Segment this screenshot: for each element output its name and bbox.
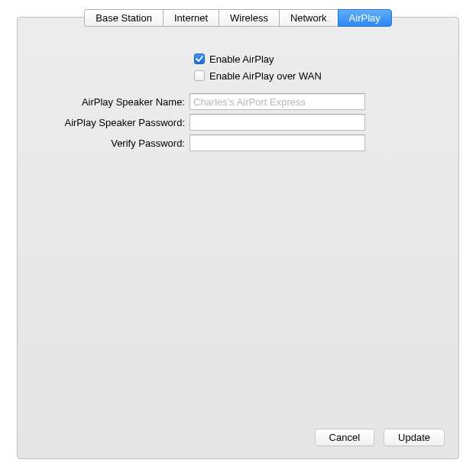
verify-password-input[interactable] (189, 134, 365, 151)
tab-network[interactable]: Network (279, 9, 338, 27)
enable-airplay-label: Enable AirPlay (209, 53, 274, 65)
enable-airplay-wan-checkbox[interactable] (194, 70, 205, 81)
tab-base-station[interactable]: Base Station (84, 9, 163, 27)
checkmark-icon (196, 55, 203, 63)
speaker-password-label: AirPlay Speaker Password: (33, 117, 189, 128)
button-bar: Cancel Update (315, 429, 445, 446)
tab-bar: Base Station Internet Wireless Network A… (18, 9, 458, 27)
tab-internet[interactable]: Internet (163, 9, 219, 27)
speaker-password-input[interactable] (189, 114, 365, 131)
enable-airplay-checkbox[interactable] (194, 53, 205, 64)
enable-airplay-wan-label: Enable AirPlay over WAN (209, 70, 322, 82)
cancel-button[interactable]: Cancel (315, 429, 374, 446)
speaker-name-input[interactable] (189, 93, 365, 110)
update-button[interactable]: Update (384, 429, 445, 446)
speaker-name-label: AirPlay Speaker Name: (33, 96, 189, 108)
settings-panel: Base Station Internet Wireless Network A… (17, 17, 459, 459)
verify-password-label: Verify Password: (33, 138, 189, 149)
tab-wireless[interactable]: Wireless (219, 9, 279, 27)
checkbox-group: Enable AirPlay Enable AirPlay over WAN (33, 52, 443, 83)
tab-airplay[interactable]: AirPlay (338, 9, 392, 27)
form-area: Enable AirPlay Enable AirPlay over WAN A… (18, 52, 458, 151)
